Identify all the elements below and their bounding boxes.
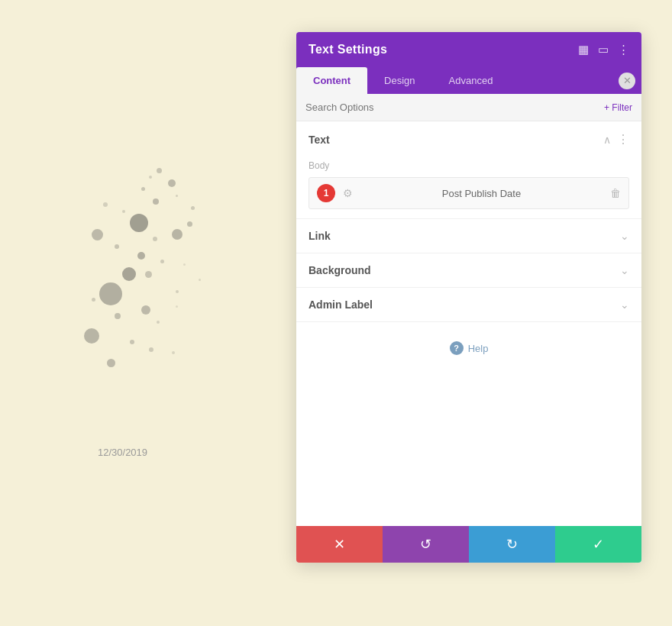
body-label: Body [296,157,641,177]
section-text-header[interactable]: Text ∧ ⋮ [296,121,641,157]
panel-spacer [296,373,641,526]
help-button[interactable]: ? Help [450,341,489,355]
section-text: Text ∧ ⋮ Body 1 ⚙ Post Publish Date 🗑 [296,121,641,219]
help-label: Help [468,343,489,354]
panel-header: Text Settings ▦ ▭ ⋮ [296,32,641,67]
section-text-title: Text [309,134,330,146]
filter-button[interactable]: + Filter [604,102,632,113]
section-link-header[interactable]: Link ⌄ [296,219,641,253]
panel-title: Text Settings [309,43,387,56]
dynamic-badge: 1 [317,184,335,202]
section-admin-label-header[interactable]: Admin Label ⌄ [296,288,641,321]
panel-content: Text ∧ ⋮ Body 1 ⚙ Post Publish Date 🗑 Li… [296,121,641,526]
section-more-icon[interactable]: ⋮ [617,132,629,147]
tab-content[interactable]: Content [296,67,367,94]
split-icon[interactable]: ▭ [598,43,609,56]
help-area: ? Help [296,322,641,373]
chevron-down-icon: ⌄ [620,230,629,242]
cancel-button[interactable]: ✕ [296,526,383,563]
delete-icon[interactable]: 🗑 [610,187,621,199]
action-bar: ✕ ↺ ↻ ✓ [296,526,641,563]
search-bar: + Filter [296,94,641,121]
section-link-title: Link [309,230,331,242]
section-admin-label: Admin Label ⌄ [296,288,641,322]
chevron-down-icon: ⌄ [620,264,629,276]
tab-design[interactable]: Design [367,67,431,94]
gear-icon[interactable]: ⚙ [343,187,353,199]
more-icon[interactable]: ⋮ [618,43,629,56]
text-settings-panel: Text Settings ▦ ▭ ⋮ Content Design Advan… [296,32,641,563]
panel-close-button[interactable]: ✕ [619,73,635,89]
section-text-icons: ∧ ⋮ [603,132,629,147]
redo-button[interactable]: ↻ [469,526,555,563]
section-background: Background ⌄ [296,253,641,288]
section-background-header[interactable]: Background ⌄ [296,253,641,287]
section-link: Link ⌄ [296,219,641,253]
save-button[interactable]: ✓ [555,526,641,563]
close-icon: ✕ [623,75,632,86]
section-admin-label-title: Admin Label [309,298,373,311]
tab-advanced[interactable]: Advanced [432,67,510,94]
dynamic-field-row: 1 ⚙ Post Publish Date 🗑 [309,177,629,209]
panel-header-icons: ▦ ▭ ⋮ [578,43,629,56]
search-input[interactable] [305,102,604,113]
ink-splatter [23,76,283,443]
fullscreen-icon[interactable]: ▦ [578,43,589,56]
chevron-up-icon[interactable]: ∧ [603,134,611,146]
section-background-title: Background [309,264,371,276]
reset-button[interactable]: ↺ [383,526,469,563]
date-label: 12/30/2019 [98,447,147,458]
chevron-down-icon: ⌄ [620,298,629,311]
question-icon: ? [450,341,464,355]
tabs-bar: Content Design Advanced ✕ [296,67,641,94]
dynamic-field-content: Post Publish Date [360,188,603,199]
